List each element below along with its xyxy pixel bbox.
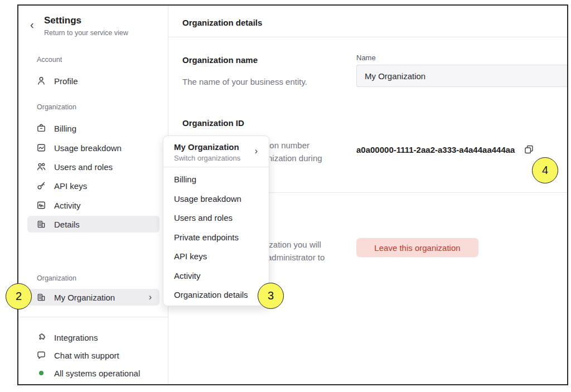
usage-icon xyxy=(36,143,46,153)
organization-section-label-2: Organization xyxy=(37,274,76,282)
org-id-value: a0a00000-1111-2aa2-a333-a4a44aa444aa xyxy=(356,145,515,154)
organization-switcher-dropdown: My Organization Switch organizations › B… xyxy=(163,135,269,306)
dropdown-org-name: My Organization xyxy=(174,142,239,152)
sidebar-divider xyxy=(18,317,168,317)
sidebar-item-label: Usage breakdown xyxy=(54,143,122,153)
dropdown-item-list: Billing Usage breakdown Users and roles … xyxy=(163,167,269,305)
sidebar-item-label: Users and roles xyxy=(54,162,113,172)
org-id-description-fragment: nization during xyxy=(268,153,322,163)
sidebar-item-profile[interactable]: Profile xyxy=(27,72,159,89)
sidebar-item-details[interactable]: Details xyxy=(27,216,159,233)
sidebar-item-label: Billing xyxy=(54,124,76,133)
annotation-callout-4: 4 xyxy=(532,157,558,183)
dropdown-item-api-keys[interactable]: API keys xyxy=(163,247,269,267)
leave-organization-button[interactable]: Leave this organization xyxy=(356,238,478,257)
copy-icon xyxy=(523,144,535,156)
copy-button[interactable] xyxy=(522,143,535,156)
dropdown-item-users-and-roles[interactable]: Users and roles xyxy=(163,209,269,228)
puzzle-icon xyxy=(36,332,46,342)
dropdown-item-activity[interactable]: Activity xyxy=(163,267,269,286)
account-section-label: Account xyxy=(37,56,62,64)
key-icon xyxy=(36,181,46,191)
back-chevron-icon[interactable]: ‹ xyxy=(30,19,34,30)
chevron-right-icon: › xyxy=(255,146,258,156)
app-window: ‹ Settings Return to your service view A… xyxy=(17,4,568,385)
building-icon xyxy=(36,292,46,302)
sidebar-item-chat-support[interactable]: Chat with support xyxy=(27,347,159,364)
leave-description-fragment: ization you will xyxy=(267,240,321,249)
sidebar-item-label: Profile xyxy=(54,76,78,86)
dropdown-item-billing[interactable]: Billing xyxy=(163,170,269,190)
activity-icon xyxy=(36,200,46,210)
sidebar-item-billing[interactable]: Billing xyxy=(27,120,159,137)
annotation-callout-3: 3 xyxy=(258,283,284,309)
sidebar-item-label: My Organization xyxy=(54,293,115,302)
org-id-description-fragment: ion number xyxy=(268,141,309,150)
sidebar-item-label: Activity xyxy=(54,201,81,210)
user-icon xyxy=(36,76,46,86)
sidebar-item-users-and-roles[interactable]: Users and roles xyxy=(27,158,159,175)
org-id-row: a0a00000-1111-2aa2-a333-a4a44aa444aa xyxy=(356,143,535,156)
sidebar-item-integrations[interactable]: Integrations xyxy=(27,329,159,346)
sidebar-item-api-keys[interactable]: API keys xyxy=(27,177,159,194)
dropdown-org-subtitle: Switch organizations xyxy=(174,154,240,162)
settings-sidebar: ‹ Settings Return to your service view A… xyxy=(18,6,168,384)
sidebar-item-activity[interactable]: Activity xyxy=(27,197,159,214)
org-name-description: The name of your business entity. xyxy=(182,77,307,86)
status-dot xyxy=(39,371,43,375)
chat-bubble-icon xyxy=(36,350,46,360)
org-name-input[interactable] xyxy=(356,65,567,87)
dropdown-item-usage-breakdown[interactable]: Usage breakdown xyxy=(163,190,269,209)
sidebar-item-label: API keys xyxy=(54,181,87,191)
organization-section-label: Organization xyxy=(37,103,76,111)
sidebar-subtitle: Return to your service view xyxy=(44,29,128,37)
sidebar-title: Settings xyxy=(44,15,81,26)
sidebar-item-my-organization[interactable]: My Organization › xyxy=(27,289,159,306)
billing-icon xyxy=(36,123,46,133)
building-icon xyxy=(36,219,46,229)
org-id-heading: Organization ID xyxy=(182,118,244,128)
status-label: All systems operational xyxy=(54,369,140,378)
sidebar-item-usage-breakdown[interactable]: Usage breakdown xyxy=(27,139,159,156)
annotation-callout-2: 2 xyxy=(6,283,32,309)
header-divider xyxy=(168,37,567,37)
users-icon xyxy=(36,162,46,172)
chevron-right-icon: › xyxy=(149,292,152,302)
name-field-label: Name xyxy=(356,54,376,62)
page-title: Organization details xyxy=(182,18,262,27)
leave-description-fragment: administrator to xyxy=(267,253,325,262)
sidebar-item-label: Details xyxy=(54,220,80,229)
dropdown-item-private-endpoints[interactable]: Private endpoints xyxy=(163,228,269,248)
org-name-heading: Organization name xyxy=(182,55,258,65)
sidebar-item-label: Integrations xyxy=(54,333,98,342)
dropdown-item-organization-details[interactable]: Organization details xyxy=(163,285,269,305)
sidebar-item-system-status[interactable]: All systems operational xyxy=(27,365,159,381)
sidebar-item-label: Chat with support xyxy=(54,351,119,360)
dropdown-header-my-organization[interactable]: My Organization Switch organizations › xyxy=(163,136,269,167)
